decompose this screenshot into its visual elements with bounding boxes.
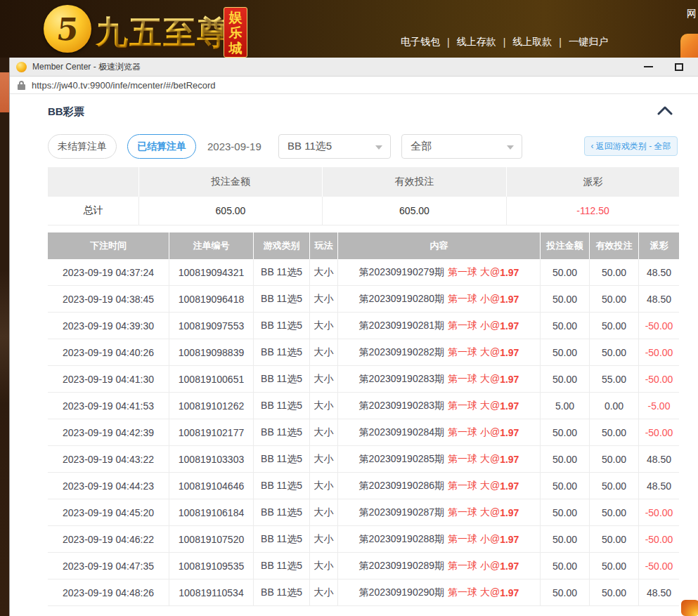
bet-period: 第202309190287期 [359,506,444,519]
floating-service-button[interactable] [681,600,698,616]
chevron-up-icon[interactable] [657,105,673,116]
bet-amount-cell: 50.00 [541,313,590,339]
game-category-cell: BB 11选5 [254,499,310,525]
bet-pick: 第一球 大@ [448,506,500,519]
brand-badge-char: 乐 [229,25,243,41]
date-picker[interactable]: 2023-09-19 [207,134,261,159]
nav-separator: | [559,37,562,48]
url-bar[interactable]: https://jw40.tv:9900/infe/mcenter/#/betR… [10,77,698,94]
table-row: 2023-09-19 04:41:30 100819100651 BB 11选5… [48,366,679,393]
payout-cell: 48.50 [639,259,679,285]
bet-pick: 第一球 小@ [448,560,500,572]
bet-amount-cell: 50.00 [541,446,590,472]
bet-odds: 1.97 [500,534,519,545]
game-select-value: BB 11选5 [287,140,332,153]
play-type-cell: 大小 [310,313,338,339]
bet-time-cell: 2023-09-19 04:47:35 [48,553,169,579]
bet-period: 第202309190280期 [359,293,444,306]
bet-pick: 第一球 大@ [448,373,500,386]
payout-cell: 48.50 [639,446,679,472]
valid-bet-cell: 50.00 [590,313,639,339]
payout-cell: -50.00 [639,366,679,392]
bet-pick: 第一球 大@ [448,266,500,279]
payout-cell: -50.00 [639,553,679,579]
bet-odds: 1.97 [500,507,519,518]
nav-one-key-link[interactable]: 一键归户 [569,36,608,48]
order-id-cell: 100819103303 [169,446,254,472]
nav-separator: | [503,37,506,48]
tab-settled-bets[interactable]: 已结算注单 [127,134,196,159]
bet-time-cell: 2023-09-19 04:41:53 [48,393,169,419]
game-select[interactable]: BB 11选5 [278,134,391,159]
payout-cell: -5.00 [639,393,679,419]
bet-time-cell: 2023-09-19 04:44:23 [48,473,169,499]
order-id-cell: 100819110534 [169,579,254,605]
nav-separator: | [447,37,450,48]
table-row: 2023-09-19 04:40:26 100819098839 BB 11选5… [48,339,679,366]
summary-header-bet-amount: 投注金额 [139,167,323,197]
header-game-category: 游戏类别 [254,232,310,259]
bet-period: 第202309190285期 [359,453,444,466]
bet-pick: 第一球 大@ [448,400,500,412]
order-id-cell: 100819100651 [169,366,254,392]
table-header-row: 下注时间 注单编号 游戏类别 玩法 内容 投注金额 有效投注 派彩 [48,232,679,259]
bet-content-cell: 第202309190284期第一球 小@1.97 [338,419,541,445]
bet-pick: 第一球 小@ [448,293,500,306]
corner-text: 网 [687,8,697,20]
game-category-cell: BB 11选5 [254,393,310,419]
maximize-icon [675,63,683,71]
lock-icon [18,81,25,90]
bet-amount-cell: 5.00 [541,393,590,419]
summary-total-label: 总计 [48,197,139,225]
section-title: BB彩票 [48,105,84,119]
window-maximize-button[interactable] [667,58,691,76]
bet-odds: 1.97 [500,347,519,358]
summary-total-row: 总计 605.00 605.00 -112.50 [48,197,679,225]
window-minimize-button[interactable] [636,58,660,76]
back-to-category-button[interactable]: ‹ 返回游戏类别 - 全部 [584,136,678,156]
nav-ewallet-link[interactable]: 电子钱包 [401,36,440,48]
valid-bet-cell: 50.00 [590,446,639,472]
bet-odds: 1.97 [500,587,519,598]
valid-bet-cell: 50.00 [590,553,639,579]
game-category-cell: BB 11选5 [254,286,310,312]
bet-content-cell: 第202309190290期第一球 大@1.97 [338,579,541,605]
play-type-cell: 大小 [310,446,338,472]
bet-odds: 1.97 [500,561,519,572]
bet-content-cell: 第202309190286期第一球 大@1.97 [338,473,541,499]
bet-time-cell: 2023-09-19 04:43:22 [48,446,169,472]
play-type-cell: 大小 [310,499,338,525]
order-id-cell: 100819107520 [169,526,254,552]
nav-withdraw-link[interactable]: 线上取款 [512,36,552,48]
header-payout: 派彩 [639,232,679,259]
order-id-cell: 100819102177 [169,419,254,445]
nav-deposit-link[interactable]: 线上存款 [457,36,496,48]
header-play-type: 玩法 [310,232,338,259]
payout-cell: 48.50 [639,579,679,605]
bet-period: 第202309190284期 [359,426,444,439]
brand-logo-icon[interactable]: 5 [44,5,91,53]
table-row: 2023-09-19 04:41:53 100819101262 BB 11选5… [48,393,679,419]
bet-content-cell: 第202309190282期第一球 大@1.97 [338,339,541,365]
floating-widget-top[interactable] [680,34,698,58]
game-category-cell: BB 11选5 [254,313,310,339]
bet-odds: 1.97 [500,267,519,278]
bet-pick: 第一球 小@ [448,320,500,332]
payout-cell: 48.50 [639,286,679,312]
background-orange-banner [0,72,9,112]
play-type-cell: 大小 [310,419,338,445]
payout-cell: -50.00 [639,313,679,339]
table-row: 2023-09-19 04:43:22 100819103303 BB 11选5… [48,446,679,473]
brand-logo-glyph: 5 [55,11,80,47]
payout-cell: -50.00 [639,419,679,445]
bet-content-cell: 第202309190281期第一球 小@1.97 [338,313,541,339]
tab-unsettled-bets[interactable]: 未结算注单 [48,134,117,159]
url-text[interactable]: https://jw40.tv:9900/infe/mcenter/#/betR… [32,80,216,91]
play-type-cell: 大小 [310,366,338,392]
bet-content-cell: 第202309190283期第一球 大@1.97 [338,393,541,419]
bet-period: 第202309190290期 [359,586,444,599]
header-content: 内容 [338,232,541,259]
bet-amount-cell: 50.00 [541,579,590,605]
bet-amount-cell: 50.00 [541,339,590,365]
type-select[interactable]: 全部 [401,134,522,159]
